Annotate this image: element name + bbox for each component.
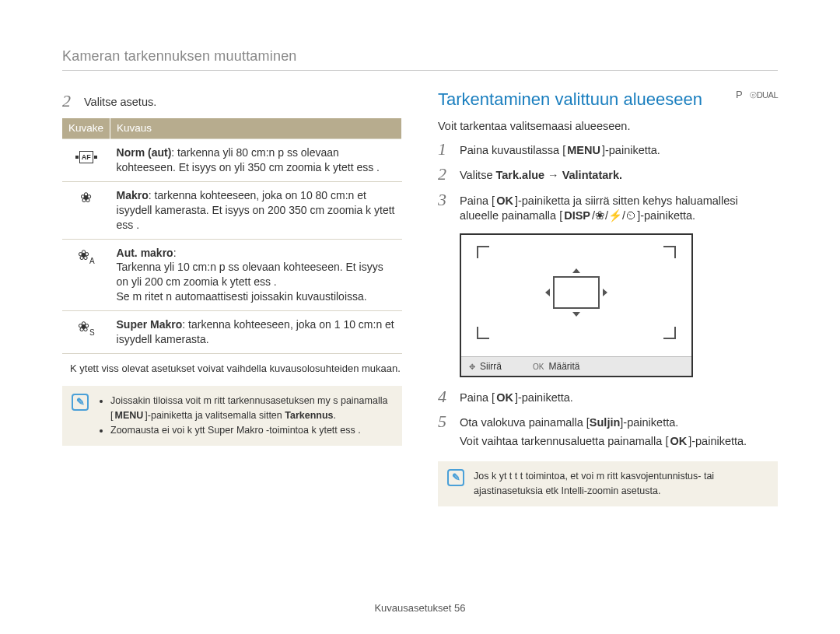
- arrow-left-icon: [545, 289, 550, 296]
- arrow-up-icon: [572, 268, 580, 273]
- right-step-4: 4 Paina [OK]-painiketta.: [438, 388, 778, 406]
- arrow-down-icon: [572, 312, 580, 317]
- left-column: 2 Valitse asetus. Kuvake Kuvaus AF Norm …: [62, 88, 402, 506]
- left-step-2: 2 Valitse asetus.: [62, 93, 402, 110]
- th-icon: Kuvake: [62, 118, 110, 139]
- row-bold: Super Makro: [117, 318, 183, 331]
- th-desc: Kuvaus: [110, 118, 402, 139]
- mode-dual-icon: ⦾DUAL: [750, 90, 778, 100]
- flower-icon: ❀: [595, 209, 605, 222]
- options-note: K ytett viss olevat asetukset voivat vai…: [70, 362, 402, 376]
- flower-icon: ❀: [80, 190, 92, 205]
- mode-p: P: [736, 89, 743, 100]
- left-tip-box: ✎ Joissakin tiloissa voit m ritt tarkenn…: [62, 386, 402, 445]
- frame-corner: [477, 246, 489, 258]
- right-tip-box: ✎ Jos k yt t t t toimintoa, et voi m rit…: [438, 461, 778, 506]
- mode-badges: P ⦾DUAL: [736, 88, 778, 102]
- super-macro-icon: ❀S: [78, 319, 95, 335]
- page-header: Kameran tarkennuksen muuttaminen: [62, 47, 778, 71]
- menu-button-label: MENU: [113, 408, 145, 423]
- section-intro: Voit tarkentaa valitsemaasi alueeseen.: [438, 119, 778, 135]
- lcd-preview: ✥Siirrä OKMääritä: [460, 233, 693, 377]
- info-icon: ✎: [447, 469, 464, 486]
- ok-button-label: OK: [495, 391, 515, 406]
- right-step-2: 2 Valitse Tark.alue → Valintatark.: [438, 166, 778, 184]
- frame-corner: [663, 327, 676, 339]
- row-bold: Norm (aut): [117, 146, 172, 159]
- frame-corner: [477, 327, 489, 339]
- tip-line-1: Joissakin tiloissa voit m ritt tarkennus…: [110, 394, 393, 423]
- table-row: ❀A Aut. makro: Tarkenna yli 10 cm:n p ss…: [62, 239, 402, 311]
- row-desc: : tarkenna kohteeseen, joka on 10 80 cm:…: [117, 189, 395, 231]
- info-icon: ✎: [72, 394, 89, 411]
- right-step-5: 5 Ota valokuva painamalla [Suljin]-paini…: [438, 413, 778, 449]
- auto-macro-icon: ❀A: [78, 247, 95, 263]
- ok-hint-icon: OK: [533, 363, 544, 371]
- tip-line-2: Zoomausta ei voi k ytt Super Makro -toim…: [110, 423, 393, 438]
- table-row: AF Norm (aut): tarkenna yli 80 cm:n p ss…: [62, 139, 402, 182]
- focus-box: [553, 276, 600, 309]
- af-normal-icon: AF: [79, 151, 93, 163]
- row-bold: Makro: [117, 189, 149, 201]
- disp-button-label: DISP: [562, 208, 592, 224]
- dpad-hint-icon: ✥: [469, 363, 475, 371]
- step-text: Valitse asetus.: [84, 93, 402, 110]
- table-row: ❀ Makro: tarkenna kohteeseen, joka on 10…: [62, 181, 402, 239]
- step-number: 2: [62, 93, 76, 110]
- section-title: Tarkentaminen valittuun alueeseen: [438, 89, 702, 109]
- ok-button-label: OK: [495, 194, 515, 209]
- lcd-set-label: Määritä: [548, 361, 579, 372]
- timer-icon: ⏲: [625, 209, 637, 222]
- flash-icon: ⚡: [608, 209, 622, 222]
- focus-options-table: Kuvake Kuvaus AF Norm (aut): tarkenna yl…: [62, 118, 402, 354]
- ok-button-label: OK: [668, 434, 688, 450]
- lcd-hint-bar: ✥Siirrä OKMääritä: [461, 356, 691, 376]
- menu-button-label: MENU: [565, 143, 602, 159]
- page-footer: Kuvausasetukset 56: [0, 601, 840, 615]
- right-step-1: 1 Paina kuvaustilassa [MENU]-painiketta.: [438, 141, 778, 159]
- arrow-right-icon: [603, 289, 607, 296]
- frame-corner: [663, 246, 676, 258]
- row-bold: Aut. makro: [117, 247, 173, 259]
- tip-text: Jos k yt t t t toimintoa, et voi m ritt …: [474, 469, 768, 499]
- lcd-move-label: Siirrä: [480, 361, 502, 372]
- right-column: Tarkentaminen valittuun alueeseen P ⦾DUA…: [438, 88, 778, 506]
- right-step-3: 3 Paina [OK]-painiketta ja siirrä sitten…: [438, 191, 778, 224]
- table-row: ❀S Super Makro: tarkenna kohteeseen, jok…: [62, 311, 402, 354]
